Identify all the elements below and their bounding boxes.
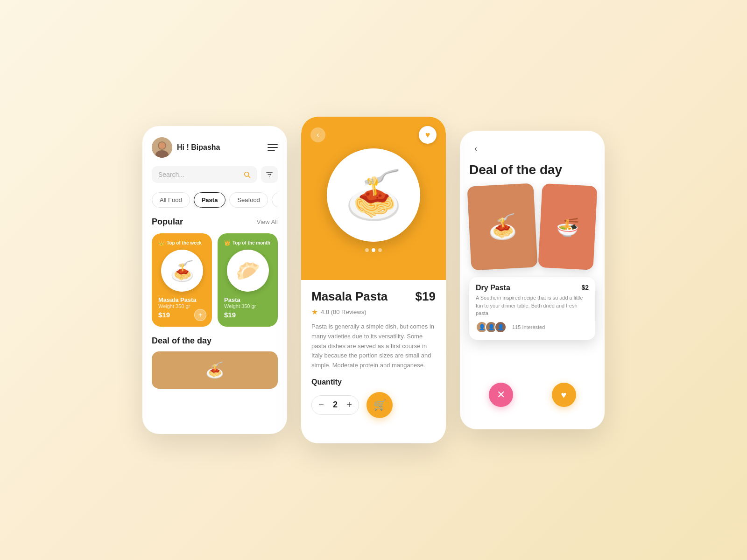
add-to-cart-button[interactable]: 🛒 bbox=[366, 392, 393, 418]
back-button[interactable]: ‹ bbox=[310, 127, 325, 142]
food-name: Masala Pasta bbox=[311, 289, 388, 304]
card-weight-1: Weight 350 gr bbox=[158, 303, 205, 309]
quantity-value: 2 bbox=[330, 400, 341, 410]
quantity-decrease[interactable]: − bbox=[313, 397, 330, 413]
front-card-price: $2 bbox=[581, 284, 589, 291]
quantity-controls: − 2 + bbox=[311, 395, 359, 415]
front-card-name: Dry Pasta bbox=[476, 284, 589, 292]
reject-button[interactable]: ✕ bbox=[489, 383, 513, 407]
deal-photo-main-emoji: 🍝 bbox=[487, 212, 517, 241]
tab-more[interactable]: So bbox=[272, 192, 278, 208]
popular-card-pasta[interactable]: 👑 Top of the month 🥟 Pasta Weight 350 gr… bbox=[218, 233, 278, 327]
tab-all-food[interactable]: All Food bbox=[152, 192, 190, 208]
detail-nav: ‹ ♥ bbox=[310, 126, 437, 144]
crown-icon: 👑 bbox=[158, 240, 165, 246]
card-food-image: 🍝 bbox=[161, 250, 203, 292]
card-name-2: Pasta bbox=[224, 296, 271, 303]
deal-action-row: ✕ ♥ bbox=[469, 378, 595, 407]
dot-1[interactable] bbox=[365, 248, 369, 252]
crown-icon-2: 👑 bbox=[224, 240, 231, 246]
dumpling-emoji: 🥟 bbox=[236, 259, 260, 282]
filter-button[interactable] bbox=[261, 166, 278, 183]
avatar-3: 👤 bbox=[494, 321, 507, 333]
svg-point-3 bbox=[159, 142, 165, 149]
deal-photos: 🍝 🍜 bbox=[469, 185, 595, 269]
card-weight-2: Weight 350 gr bbox=[224, 303, 271, 309]
screen-deal: ‹ Deal of the day 🍝 🍜 Dry Pasta A Southe… bbox=[460, 131, 605, 429]
quantity-increase[interactable]: + bbox=[341, 397, 358, 413]
deal-page-title: Deal of the day bbox=[469, 162, 595, 177]
svg-line-5 bbox=[248, 176, 250, 178]
popular-section-header: Popular View All bbox=[152, 217, 278, 227]
image-dots bbox=[310, 248, 437, 252]
greeting-text: Hi ! Bipasha bbox=[177, 143, 220, 152]
deal-section-title: Deal of the day bbox=[152, 336, 278, 346]
quantity-label: Quantity bbox=[311, 378, 436, 386]
deal-preview-emoji: 🍝 bbox=[205, 361, 224, 379]
deal-card-front: Dry Pasta $2 A Southern inspired recipe … bbox=[469, 277, 595, 340]
food-title-row: Masala Pasta $19 bbox=[311, 289, 436, 304]
search-row: Search... bbox=[152, 166, 278, 183]
quantity-row: − 2 + 🛒 bbox=[311, 392, 436, 418]
love-button[interactable]: ♥ bbox=[552, 383, 576, 407]
search-icon bbox=[243, 171, 251, 178]
food-description: Pasta is generally a simple dish, but co… bbox=[311, 322, 436, 371]
favorite-button[interactable]: ♥ bbox=[419, 126, 437, 144]
category-tabs: All Food Pasta Seafood So bbox=[152, 192, 278, 208]
front-card-desc: A Southern inspired recipe that is su ad… bbox=[476, 294, 589, 317]
card-name-1: Masala Pasta bbox=[158, 296, 205, 303]
rating-text: 4.8 (80 Reviews) bbox=[321, 308, 366, 315]
svg-point-10 bbox=[270, 174, 271, 175]
popular-title: Popular bbox=[152, 217, 183, 227]
screen-home: Hi ! Bipasha Search... bbox=[142, 126, 287, 434]
add-button-1[interactable]: + bbox=[194, 309, 206, 321]
svg-point-9 bbox=[268, 172, 269, 173]
user-greeting-group: Hi ! Bipasha bbox=[152, 137, 220, 158]
search-box[interactable]: Search... bbox=[152, 166, 257, 183]
star-icon: ★ bbox=[311, 308, 318, 316]
food-main-image: 🍝 bbox=[327, 148, 420, 242]
main-food-emoji: 🍝 bbox=[345, 168, 403, 223]
user-avatar[interactable] bbox=[152, 137, 172, 158]
screen-detail: ‹ ♥ 🍝 Masala Pasta $19 ★ 4.8 (80 Reviews… bbox=[301, 117, 446, 443]
detail-bottom-section: Masala Pasta $19 ★ 4.8 (80 Reviews) Past… bbox=[301, 280, 446, 427]
dot-3[interactable] bbox=[378, 248, 382, 252]
card-badge-month: 👑 Top of the month bbox=[224, 240, 271, 246]
card-food-image-2: 🥟 bbox=[227, 250, 269, 292]
search-placeholder: Search... bbox=[158, 171, 240, 178]
back-button-deal[interactable]: ‹ bbox=[469, 142, 482, 155]
card-price-2: $19 bbox=[224, 311, 271, 319]
dot-2[interactable] bbox=[372, 248, 375, 252]
card-badge-week: 👑 Top of the week bbox=[158, 240, 205, 246]
popular-card-masala-pasta[interactable]: 👑 Top of the week 🍝 Masala Pasta Weight … bbox=[152, 233, 212, 327]
menu-button[interactable] bbox=[268, 144, 278, 151]
pasta-emoji: 🍝 bbox=[170, 259, 194, 282]
rating-row: ★ 4.8 (80 Reviews) bbox=[311, 308, 436, 316]
deal-photo-main: 🍝 bbox=[467, 183, 537, 270]
view-all-link[interactable]: View All bbox=[257, 218, 278, 225]
deal-nav: ‹ bbox=[469, 142, 595, 155]
detail-top-section: ‹ ♥ 🍝 bbox=[301, 117, 446, 280]
interested-count: 115 Interested bbox=[512, 324, 545, 330]
popular-cards: 👑 Top of the week 🍝 Masala Pasta Weight … bbox=[152, 233, 278, 327]
tab-seafood[interactable]: Seafood bbox=[229, 192, 268, 208]
deal-preview[interactable]: 🍝 bbox=[152, 351, 278, 389]
interested-avatars: 👤 👤 👤 bbox=[476, 321, 507, 333]
home-header: Hi ! Bipasha bbox=[152, 137, 278, 158]
deal-cards-stack: Dry Pasta A Southern in add a little fi … bbox=[469, 277, 595, 371]
tab-pasta[interactable]: Pasta bbox=[194, 192, 226, 208]
filter-icon bbox=[265, 170, 274, 179]
deal-photo-secondary: 🍜 bbox=[538, 183, 597, 270]
food-price: $19 bbox=[416, 289, 436, 304]
deal-photo-sec-emoji: 🍜 bbox=[556, 215, 580, 238]
